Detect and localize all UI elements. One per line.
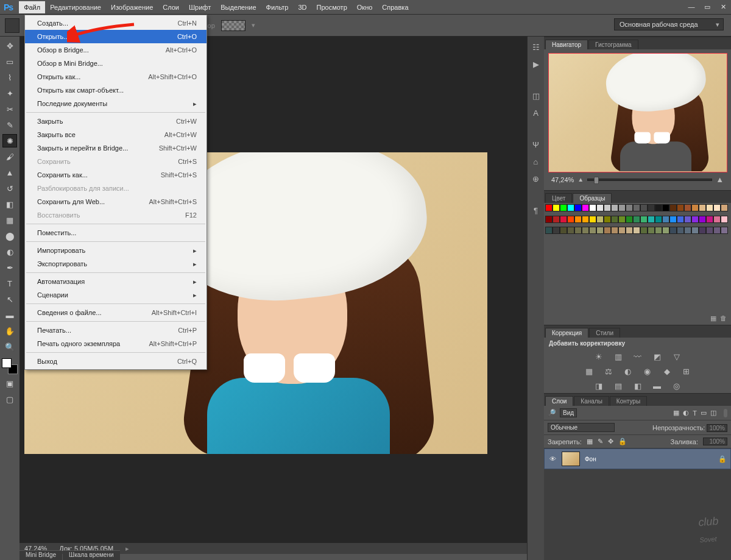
screenmode-icon[interactable]: ▢ xyxy=(2,392,17,406)
swatch[interactable] xyxy=(604,227,611,234)
brightness-icon[interactable]: ☀ xyxy=(593,352,604,361)
swatch[interactable] xyxy=(626,204,633,211)
wand-tool-icon[interactable]: ✦ xyxy=(2,87,17,100)
swatch[interactable] xyxy=(662,227,669,234)
swatch[interactable] xyxy=(596,216,604,223)
crop-tool-icon[interactable]: ✂ xyxy=(2,102,17,116)
swatch[interactable] xyxy=(553,216,560,223)
lookup-icon[interactable]: ⊞ xyxy=(681,366,692,376)
navigator-thumbnail[interactable] xyxy=(548,53,727,172)
swatch[interactable] xyxy=(574,204,582,211)
menu-item[interactable]: Открыть...Ctrl+O xyxy=(25,30,207,43)
history-panel-icon[interactable]: ☷ xyxy=(531,41,542,52)
swatch[interactable] xyxy=(553,227,560,234)
threshold-icon[interactable]: ◧ xyxy=(632,381,643,391)
vibrance-icon[interactable]: ▽ xyxy=(671,352,682,361)
menu-item[interactable]: Печатать...Ctrl+P xyxy=(25,324,207,337)
tab-mini-bridge[interactable]: Mini Bridge xyxy=(19,550,62,560)
stamp-tool-icon[interactable]: ▲ xyxy=(2,166,17,179)
lock-move-icon[interactable]: ✥ xyxy=(608,438,613,445)
swatch[interactable] xyxy=(713,227,721,234)
blur-tool-icon[interactable]: ⬤ xyxy=(2,229,17,243)
gradient-map-icon[interactable]: ▬ xyxy=(652,381,663,391)
eraser-tool-icon[interactable]: ◧ xyxy=(2,197,17,211)
swatch[interactable] xyxy=(567,216,574,223)
menu-item[interactable]: Поместить... xyxy=(25,226,207,239)
menu-шрифт[interactable]: Шрифт xyxy=(184,1,216,13)
maximize-icon[interactable]: ▭ xyxy=(703,2,712,11)
eyedropper-tool-icon[interactable]: ✎ xyxy=(2,118,17,132)
tab-styles[interactable]: Стили xyxy=(589,328,620,338)
invert-icon[interactable]: ◨ xyxy=(593,381,604,391)
swatch[interactable] xyxy=(655,216,662,223)
swatch[interactable] xyxy=(545,227,553,234)
menu-item[interactable]: Открыть как смарт-объект... xyxy=(25,83,207,97)
swatch[interactable] xyxy=(655,227,662,234)
menu-выделение[interactable]: Выделение xyxy=(216,1,261,13)
swatch[interactable] xyxy=(662,216,669,223)
brush-panel-icon[interactable]: Ψ xyxy=(531,139,542,150)
clone-panel-icon[interactable]: ⊕ xyxy=(531,173,542,184)
swatch[interactable] xyxy=(662,204,669,211)
shape-tool-icon[interactable]: ▬ xyxy=(2,308,17,322)
navigator-zoom-value[interactable]: 47,24% xyxy=(551,176,574,183)
visibility-icon[interactable]: 👁 xyxy=(548,455,557,463)
filter-pixel-icon[interactable]: ▦ xyxy=(673,409,679,417)
swatch[interactable] xyxy=(721,216,728,223)
pattern-swatch[interactable] xyxy=(221,20,245,31)
exposure-icon[interactable]: ◩ xyxy=(652,352,663,361)
swatch[interactable] xyxy=(648,216,655,223)
menu-item[interactable]: Закрыть и перейти в Bridge...Shift+Ctrl+… xyxy=(25,141,207,155)
tab-timeline[interactable]: Шкала времени xyxy=(63,550,119,560)
zoom-out-icon[interactable]: ▲ xyxy=(577,176,584,183)
swatch-grid[interactable] xyxy=(544,203,731,239)
swatch[interactable] xyxy=(618,204,626,211)
menu-окно[interactable]: Окно xyxy=(352,1,378,13)
menu-item[interactable]: Автоматизация xyxy=(25,275,207,288)
swatch[interactable] xyxy=(560,216,567,223)
menu-item[interactable]: Сведения о файле...Alt+Shift+Ctrl+I xyxy=(25,306,207,319)
new-swatch-icon[interactable]: ▦ xyxy=(709,314,718,322)
quickmask-icon[interactable]: ▣ xyxy=(2,377,17,390)
filter-shape-icon[interactable]: ▭ xyxy=(701,409,707,417)
filter-smart-icon[interactable]: ◫ xyxy=(710,409,716,417)
swatch[interactable] xyxy=(618,227,626,234)
swatch[interactable] xyxy=(684,204,691,211)
swatch[interactable] xyxy=(582,227,589,234)
menu-3d[interactable]: 3D xyxy=(293,1,311,13)
swatch[interactable] xyxy=(589,204,596,211)
menu-item[interactable]: ВыходCtrl+Q xyxy=(25,355,207,368)
menu-item[interactable]: Последние документы xyxy=(25,97,207,110)
menu-изображение[interactable]: Изображение xyxy=(106,1,158,13)
menu-редактирование[interactable]: Редактирование xyxy=(45,1,106,13)
swatch[interactable] xyxy=(706,216,713,223)
menu-item[interactable]: Импортировать xyxy=(25,244,207,257)
menu-item[interactable]: ЗакрытьCtrl+W xyxy=(25,115,207,128)
swatch[interactable] xyxy=(684,216,691,223)
gradient-tool-icon[interactable]: ▦ xyxy=(2,213,17,227)
type-tool-icon[interactable]: T xyxy=(2,277,17,290)
swatch[interactable] xyxy=(582,216,589,223)
filter-toggle[interactable] xyxy=(724,409,727,417)
swatch[interactable] xyxy=(699,227,706,234)
workspace-selector[interactable]: Основная рабочая среда xyxy=(614,18,724,30)
brush-tool-icon[interactable]: 🖌 xyxy=(2,150,17,163)
swatch[interactable] xyxy=(596,227,604,234)
swatch[interactable] xyxy=(633,216,640,223)
swatch[interactable] xyxy=(655,204,662,211)
swatch[interactable] xyxy=(611,216,618,223)
swatch[interactable] xyxy=(706,204,713,211)
filter-type-icon[interactable]: T xyxy=(693,409,697,417)
swatch[interactable] xyxy=(669,204,677,211)
swatch[interactable] xyxy=(677,216,684,223)
tab-adjustments[interactable]: Коррекция xyxy=(545,328,588,338)
swatch[interactable] xyxy=(721,204,728,211)
blend-mode-select[interactable]: Обычные xyxy=(548,423,615,432)
swatch[interactable] xyxy=(721,227,728,234)
swatch[interactable] xyxy=(604,204,611,211)
swatch[interactable] xyxy=(567,227,574,234)
swatch[interactable] xyxy=(574,216,582,223)
menu-item[interactable]: Создать...Ctrl+N xyxy=(25,16,207,30)
move-tool-icon[interactable]: ✥ xyxy=(2,39,17,52)
menu-просмотр[interactable]: Просмотр xyxy=(312,1,352,13)
